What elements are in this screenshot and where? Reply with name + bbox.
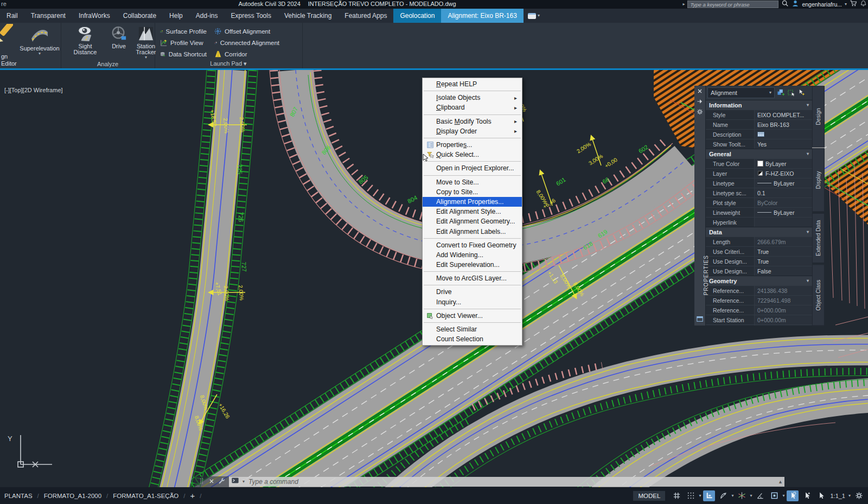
sight-distance-button[interactable]: Sight Distance <box>66 25 104 55</box>
menu-item-edit-alignment-style[interactable]: Edit Alignment Style... <box>423 207 522 216</box>
layout-tab-formato-a1-2000[interactable]: FORMATO_A1-2000 <box>44 493 101 499</box>
model-space-button[interactable]: MODEL <box>633 491 665 501</box>
status-polar-caret-icon[interactable]: ▾ <box>731 494 733 498</box>
property-row-show-toolt[interactable]: Show Toolt...Yes <box>706 139 812 149</box>
property-row-use-criteri[interactable]: Use Criteri...True <box>706 246 812 256</box>
command-bar[interactable]: ▾ ▲ <box>229 477 784 487</box>
ribbon-tab-vehicle-tracking[interactable]: Vehicle Tracking <box>278 9 338 23</box>
grip-icon[interactable] <box>198 477 205 487</box>
menu-item-edit-superelevation[interactable]: Edit Superelevation... <box>423 260 522 270</box>
property-row-use-design[interactable]: Use Design...True <box>706 256 812 266</box>
status-isodraft-caret-icon[interactable]: ▾ <box>750 494 752 498</box>
status-ortho-toggle[interactable] <box>703 490 715 501</box>
annotation-scale-caret-icon[interactable]: ▾ <box>848 494 851 498</box>
select-objects-icon[interactable] <box>787 88 795 98</box>
ribbon-tab-add-ins[interactable]: Add-ins <box>189 9 225 23</box>
status-snapgrid-caret-icon[interactable]: ▾ <box>699 494 701 498</box>
command-prompt-icon[interactable] <box>231 477 240 487</box>
ribbon-tab-infraworks[interactable]: InfraWorks <box>72 9 117 23</box>
menu-item-move-to-site[interactable]: Move to Site... <box>423 177 522 187</box>
property-row-reference[interactable]: Reference...7229461.498 <box>706 295 812 305</box>
property-row-end-station[interactable]: End Station2+666.68m <box>706 324 812 326</box>
status-snapgrid-toggle[interactable] <box>685 490 697 501</box>
ribbon-tab-transparent[interactable]: Transparent <box>24 9 72 23</box>
property-row-layer[interactable]: LayerF-HZ-EIXO <box>706 168 812 178</box>
menu-item-add-widening[interactable]: Add Widening... <box>423 250 522 260</box>
menu-item-isolate-objects[interactable]: Isolate Objects▸ <box>423 93 522 103</box>
corridor-button[interactable]: Corridor <box>214 48 279 60</box>
palette-tab-design[interactable]: Design <box>812 86 825 147</box>
status-sel1-toggle[interactable] <box>787 490 799 501</box>
property-row-linetype-sc[interactable]: Linetype sc...0.1 <box>706 188 812 197</box>
property-row-reference[interactable]: Reference...0+000.00m <box>706 305 812 315</box>
menu-item-inquiry[interactable]: Inquiry... <box>423 297 522 307</box>
property-row-use-design[interactable]: Use Design...False <box>706 266 812 276</box>
ribbon-tab-geolocation[interactable]: Geolocation <box>393 9 441 23</box>
menu-item-alignment-properties[interactable]: Alignment Properties... <box>423 197 522 207</box>
data-shortcut-button[interactable]: Data Shortcut <box>160 48 207 60</box>
search-type-caret[interactable]: ▸ <box>682 2 685 7</box>
menu-item-quick-select[interactable]: Quick Select... <box>423 150 522 160</box>
command-grips[interactable] <box>194 476 229 487</box>
menu-item-select-similar[interactable]: Select Similar <box>423 324 522 334</box>
new-layout-button[interactable]: + <box>190 491 195 500</box>
ribbon-tab-alignment-eixo-br-163[interactable]: Alignment: Eixo BR-163 <box>441 9 523 23</box>
status-polar-toggle[interactable] <box>717 490 729 501</box>
command-input[interactable] <box>247 477 775 486</box>
surface-profile-button[interactable]: Surface Profile <box>160 25 207 37</box>
ribbon-tab-collaborate[interactable]: Collaborate <box>117 9 163 23</box>
help-search-input[interactable] <box>687 1 778 8</box>
annotation-scale[interactable]: 1:1_1 <box>830 493 845 499</box>
menu-item-convert-to-fixed-geometry[interactable]: Convert to Fixed Geometry <box>423 240 522 250</box>
section-header-information[interactable]: Information▾ <box>706 100 812 110</box>
viewport-controls-label[interactable]: [-][Top][2D Wireframe] <box>4 87 63 93</box>
customization-gear-button[interactable] <box>853 490 865 501</box>
property-row-description[interactable]: Description <box>706 129 812 139</box>
account-name[interactable]: engenhariafru... <box>802 1 842 8</box>
menu-item-edit-alignment-labels[interactable]: Edit Alignment Labels... <box>423 226 522 236</box>
status-sel2-toggle[interactable] <box>801 490 813 501</box>
command-history-up-icon[interactable]: ▲ <box>778 479 783 484</box>
menu-item-edit-alignment-geometry[interactable]: Edit Alignment Geometry... <box>423 216 522 226</box>
property-row-lineweight[interactable]: LineweightByLayer <box>706 207 812 217</box>
ribbon-tab-help[interactable]: Help <box>163 9 189 23</box>
connected-alignment-button[interactable]: Connected Alignment <box>214 37 279 48</box>
palette-tab-extended-data[interactable]: Extended Data <box>812 213 825 263</box>
palette-tab-display[interactable]: Display <box>812 148 825 212</box>
property-row-hyperlink[interactable]: Hyperlink <box>706 217 812 227</box>
status-sel3-toggle[interactable] <box>815 490 827 501</box>
menu-item-display-order[interactable]: Display Order▸ <box>423 126 522 136</box>
panel-label-analyze[interactable]: Analyze <box>61 61 155 67</box>
toggle-pickadd-icon[interactable] <box>777 88 785 98</box>
status-dyninput-toggle[interactable] <box>754 490 766 501</box>
drive-button[interactable]: Drive <box>108 25 129 49</box>
section-header-geometry[interactable]: Geometry▾ <box>706 276 812 285</box>
offset-alignment-button[interactable]: Offset Alignment <box>214 25 279 37</box>
command-caret-icon[interactable]: ▾ <box>242 480 245 484</box>
menu-item-drive[interactable]: Drive <box>423 287 522 297</box>
menu-item-object-viewer[interactable]: Object Viewer... <box>423 311 522 321</box>
property-row-linetype[interactable]: LinetypeByLayer <box>706 178 812 188</box>
palette-tab-object-class[interactable]: Object Class <box>812 264 825 326</box>
partial-button-label[interactable]: gn Editor <box>1 53 17 67</box>
wrench-icon[interactable] <box>218 477 225 487</box>
menu-item-basic-modify-tools[interactable]: Basic Modify Tools▸ <box>423 117 522 126</box>
panel-label-launch-pad[interactable]: Launch Pad ▾ <box>155 60 302 67</box>
layout-tab-formato-a1-se-o[interactable]: FORMATO_A1-SEÇÃO <box>113 493 178 499</box>
menu-item-properties[interactable]: Properties... <box>423 140 522 150</box>
status-osnap-caret-icon[interactable]: ▾ <box>782 494 784 498</box>
menu-item-copy-to-site[interactable]: Copy to Site... <box>423 187 522 197</box>
palette-bottom-icon[interactable] <box>696 315 704 324</box>
notification-bell-icon[interactable] <box>860 0 867 9</box>
ribbon-tab-rail[interactable]: Rail <box>0 9 24 23</box>
object-type-dropdown[interactable]: Alignment▾ <box>707 87 775 98</box>
menu-item-move-to-arcgis-layer[interactable]: Move to ArcGIS Layer... <box>423 273 522 283</box>
property-row-true-color[interactable]: True ColorByLayer <box>706 158 812 168</box>
status-grid-toggle[interactable] <box>671 490 682 501</box>
menu-item-repeat-help[interactable]: Repeat HELP <box>423 79 522 89</box>
close-icon[interactable] <box>697 88 703 95</box>
property-row-style[interactable]: StyleEIXO COMPLET... <box>706 110 812 119</box>
status-isodraft-toggle[interactable] <box>736 490 748 501</box>
property-row-start-station[interactable]: Start Station0+000.00m <box>706 315 812 324</box>
search-icon[interactable] <box>781 0 789 9</box>
